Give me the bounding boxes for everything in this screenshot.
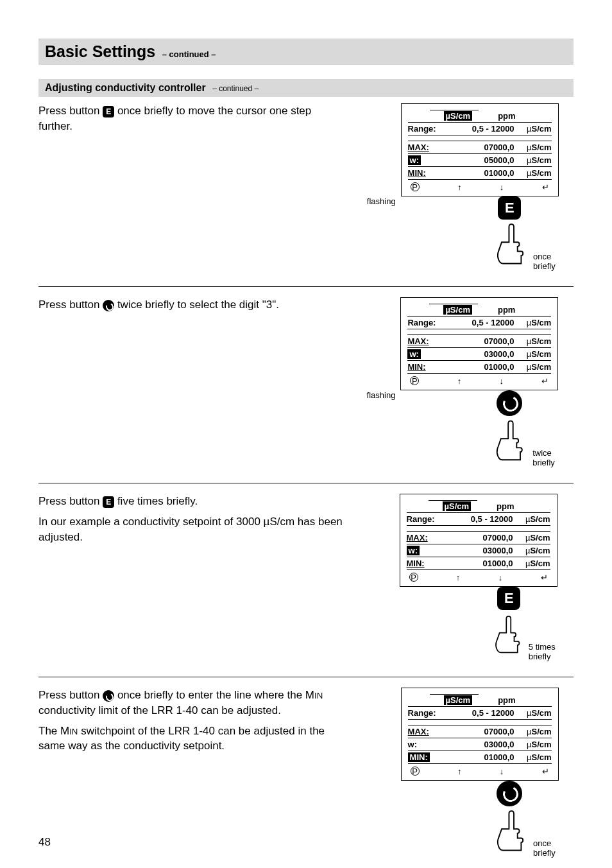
p-icon: P	[409, 573, 418, 582]
lcd-unit-ppm: ppm	[498, 305, 515, 315]
rotate-button-icon	[103, 690, 114, 702]
down-arrow-icon: ↓	[498, 573, 503, 582]
lcd-min-label: MIN:	[407, 362, 454, 372]
step-3: Press button E five times briefly. In ou…	[38, 494, 574, 677]
lcd-nav-row: P↑↓↵	[408, 182, 552, 192]
lcd-nav-row: P↑↓↵	[407, 573, 550, 582]
lcd-unit-selected: µS/cm	[444, 695, 473, 705]
lcd-range-value: 0,5 - 12000	[454, 124, 518, 134]
lcd-min-value: 01000,0	[454, 362, 518, 372]
e-button-big-icon: E	[497, 587, 520, 610]
lcd-unit-selected: µS/cm	[443, 501, 472, 511]
e-button-icon: E	[103, 496, 114, 508]
finger-press-icon	[491, 220, 533, 271]
step-3-extra: In our example a conductivity setpoint o…	[38, 514, 343, 545]
page-title: Basic Settings	[45, 42, 155, 60]
up-arrow-icon: ↑	[457, 767, 462, 776]
step-2-instruction: Press button twice briefly to select the…	[38, 297, 355, 318]
down-arrow-icon: ↓	[500, 767, 504, 776]
page-number: 48	[38, 836, 51, 849]
lcd-nav-row: P↑↓↵	[407, 376, 551, 386]
lcd-min-label: MIN:	[408, 752, 430, 762]
lcd-w-value: 03000,0	[454, 349, 518, 359]
press-label: once briefly	[533, 252, 574, 271]
press-label: twice briefly	[532, 448, 574, 467]
lcd-max-label: MAX:	[407, 336, 454, 346]
lcd-max-label: MAX:	[408, 143, 454, 152]
lcd-max-value: 07000,0	[454, 336, 518, 346]
step-2-figure: flashing µS/cmppm Range:0,5 - 12000µS/cm…	[362, 297, 574, 467]
enter-icon: ↵	[541, 376, 548, 386]
text: Press button	[38, 689, 103, 701]
lcd-min-value: 01000,0	[453, 559, 517, 568]
lcd-max-label: MAX:	[408, 727, 454, 736]
rotate-button-big-icon	[497, 781, 522, 806]
rotate-button-big-icon	[497, 390, 522, 416]
lcd-w-value: 03000,0	[453, 546, 517, 555]
lcd-unit-selected: µS/cm	[444, 111, 473, 121]
lcd-range-value: 0,5 - 12000	[454, 708, 518, 718]
lcd-range-label: Range:	[408, 124, 454, 134]
title-bar: Basic Settings – continued –	[38, 39, 574, 65]
flashing-label	[362, 688, 396, 781]
lcd-unit-selected: µS/cm	[443, 305, 472, 315]
lcd-range-value: 0,5 - 12000	[454, 318, 518, 327]
page-title-sub: – continued –	[162, 49, 216, 59]
enter-icon: ↵	[542, 767, 549, 776]
lcd-screen: µS/cmppm Range:0,5 - 12000µS/cm MAX:0700…	[400, 494, 557, 587]
lcd-max-label: MAX:	[407, 533, 453, 542]
lcd-w-label: w:	[407, 546, 420, 555]
e-button-icon: E	[103, 106, 114, 117]
lcd-w-label: w:	[408, 740, 454, 749]
section-title: Adjusting conductivity controller	[45, 82, 206, 93]
lcd-range-label: Range:	[407, 318, 454, 327]
text: conductivity limit of the LRR 1-40 can b…	[38, 704, 281, 716]
lcd-range-label: Range:	[407, 514, 453, 524]
lcd-range-label: Range:	[408, 708, 454, 718]
lcd-max-value: 07000,0	[453, 533, 517, 542]
p-icon: P	[411, 182, 420, 191]
section-bar: Adjusting conductivity controller – cont…	[38, 79, 574, 97]
lcd-min-label: MIN:	[408, 168, 454, 178]
text: Press button	[38, 299, 103, 311]
step-3-figure: µS/cmppm Range:0,5 - 12000µS/cm MAX:0700…	[362, 494, 574, 661]
text: switchpoint of the LRR 1-40 can be adjus…	[38, 725, 325, 752]
lcd-max-value: 07000,0	[454, 727, 518, 736]
lcd-min-label: MIN:	[407, 559, 453, 568]
p-icon: P	[410, 376, 419, 385]
up-arrow-icon: ↑	[456, 573, 461, 582]
step-4-instruction: Press button once briefly to enter the l…	[38, 688, 355, 759]
lcd-range-value: 0,5 - 12000	[453, 514, 517, 524]
text: once briefly to enter the line where the…	[114, 689, 314, 701]
flashing-label	[362, 494, 395, 587]
finger-press-icon	[491, 806, 533, 858]
lcd-w-value: 03000,0	[454, 740, 518, 749]
lcd-screen: µS/cmppm Range:0,5 - 12000µS/cm MAX:0700…	[401, 688, 559, 781]
text: Press button	[38, 495, 103, 507]
step-2: Press button twice briefly to select the…	[38, 297, 574, 483]
flashing-label: flashing	[362, 103, 396, 206]
step-4: Press button once briefly to enter the l…	[38, 688, 574, 868]
step-3-instruction: Press button E five times briefly. In ou…	[38, 494, 355, 550]
text: five times briefly.	[114, 495, 198, 507]
finger-press-icon	[489, 610, 529, 661]
press-label: once briefly	[533, 838, 574, 858]
lcd-max-value: 07000,0	[454, 143, 518, 152]
lcd-min-value: 01000,0	[454, 752, 518, 762]
p-icon: P	[411, 767, 420, 776]
step-4-figure: µS/cmppm Range:0,5 - 12000µS/cm MAX:0700…	[362, 688, 574, 858]
text: twice briefly to select the digit "3".	[114, 299, 279, 311]
down-arrow-icon: ↓	[500, 376, 504, 386]
step-1-instruction: Press button E once briefly to move the …	[38, 103, 355, 139]
enter-icon: ↵	[541, 573, 548, 582]
lcd-w-label: w:	[408, 155, 421, 165]
text: Press button	[38, 105, 103, 117]
smallcaps: IN	[69, 727, 78, 736]
up-arrow-icon: ↑	[457, 376, 462, 386]
down-arrow-icon: ↓	[500, 182, 504, 192]
step-1: Press button E once briefly to move the …	[38, 103, 574, 287]
text: The M	[38, 725, 69, 737]
lcd-w-value: 05000,0	[454, 155, 518, 165]
section-title-sub: – continued –	[212, 84, 259, 93]
lcd-min-value: 01000,0	[454, 168, 518, 178]
